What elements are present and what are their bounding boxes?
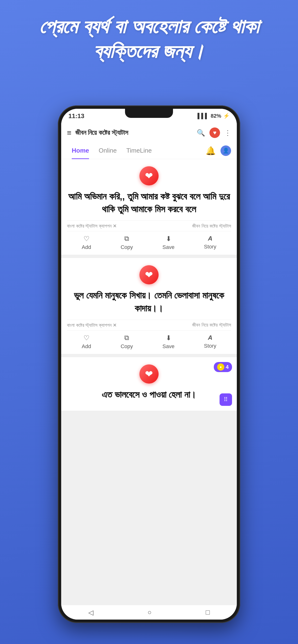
notch [125,109,173,118]
card-3-text: এত ভালবেসে ও পাওয়া হেলা না। [67,388,231,401]
user-avatar[interactable]: 👤 [221,146,231,156]
card-1-add-button[interactable]: ♡ Add [82,235,91,250]
tab-bar: Home Online TimeLine 🔔 👤 [61,142,237,159]
card-1-source: জীবন নিয়ে কষ্টের স্ট্যাটাস [192,223,231,229]
story-icon: A [208,235,212,242]
favorites-button[interactable]: ♥ [209,128,220,138]
card-1-copy-label: Copy [121,244,133,250]
battery-bolt-icon: ⚡ [223,113,230,119]
card-1-save-label: Save [163,244,175,250]
card-1-tags: বাংলা কষ্টের স্ট্যাটাস ক্যাপশন ✕ জীবন নি… [67,220,231,231]
home-nav-button[interactable]: ○ [147,608,152,616]
card-2-story-button[interactable]: A Story [204,334,216,350]
card-1-story-label: Story [204,244,216,250]
bell-icon[interactable]: 🔔 [206,146,216,156]
card-2-tag: বাংলা কষ্টের স্ট্যাটাস ক্যাপশন ✕ [67,322,117,328]
card-1-heart: ❤ [67,166,231,186]
coin-icon: ● [217,364,224,371]
story-icon-2: A [208,334,212,342]
tab-timeline-label: TimeLine [126,147,152,154]
app-title: জীবন নিয়ে কষ্টের স্ট্যাটাস [75,129,193,137]
heart-circle-icon-3: ❤ [139,364,159,384]
save-icon: ⬇ [166,235,171,243]
signal-icon: ▌▌▌ [198,113,209,119]
menu-icon[interactable]: ≡ [67,128,72,137]
card-1-add-label: Add [82,244,91,250]
card-3-heart: ❤ [67,364,231,384]
card-1-text: আমি অভিমান করি,, তুমি আমার কষ্ট বুঝবে বল… [67,190,231,216]
recent-nav-button[interactable]: □ [206,608,210,616]
add-heart-icon-2: ♡ [83,334,89,342]
card-2-tags: বাংলা কষ্টের স্ট্যাটাস ক্যাপশন ✕ জীবন নি… [67,320,231,330]
more-options-icon[interactable]: ⋮ [224,129,231,137]
heart-icon: ♥ [213,130,216,136]
card-1-tag: বাংলা কষ্টের স্ট্যাটাস ক্যাপশন ✕ [67,223,117,229]
quote-card-1: ❤ আমি অভিমান করি,, তুমি আমার কষ্ট বুঝবে … [61,159,237,255]
heart-circle-icon: ❤ [139,166,159,186]
tab-home-label: Home [72,147,89,154]
heart-circle-icon-2: ❤ [139,265,159,284]
card-2-story-label: Story [204,343,216,349]
card-2-save-label: Save [163,343,175,350]
card-2-add-label: Add [82,343,91,350]
card-2-copy-label: Copy [121,343,133,350]
grid-icon: ⠿ [224,396,228,403]
tab-online-label: Online [99,147,117,154]
quote-card-3: ● 4 ❤ এত ভালবেসে ও পাওয়া হেলা না। ⠿ [61,357,237,411]
card-1-save-button[interactable]: ⬇ Save [163,235,175,250]
card-2-add-button[interactable]: ♡ Add [82,334,91,350]
coin-count: 4 [226,364,229,370]
tab-home[interactable]: Home [67,142,94,159]
card-1-copy-button[interactable]: ⧉ Copy [121,235,133,250]
coin-badge[interactable]: ● 4 [214,362,232,372]
card-2-save-button[interactable]: ⬇ Save [163,334,175,350]
card-2-source: জীবন নিয়ে কষ্টের স্ট্যাটাস [192,322,231,328]
copy-icon: ⧉ [124,235,129,243]
header-title: প্রেমে ব্যর্থ বা অবহেলার কেষ্টে থাকা ব্য… [14,14,284,64]
avatar-icon: 👤 [223,148,229,154]
app-bar-actions: 🔍 ♥ ⋮ [197,128,231,138]
quote-card-2: ❤ ভুল যেমনি মানুষকে সিখায়। তেমনি ভেলাবা… [61,258,237,354]
bottom-navigation: ◁ ○ □ [61,605,237,620]
card-2-actions: ♡ Add ⧉ Copy ⬇ Save A Story [67,330,231,354]
card-1-story-button[interactable]: A Story [204,235,216,250]
grid-view-button[interactable]: ⠿ [220,394,232,406]
phone-screen: 11:13 ▌▌▌ 82% ⚡ ≡ জীবন নিয়ে কষ্টের স্ট্… [61,109,237,620]
card-2-text: ভুল যেমনি মানুষকে সিখায়। তেমনি ভেলাবাসা… [67,289,231,314]
tab-timeline[interactable]: TimeLine [121,142,157,159]
search-icon[interactable]: 🔍 [197,129,205,137]
card-1-actions: ♡ Add ⧉ Copy ⬇ Save A Story [67,231,231,255]
phone-frame: 11:13 ▌▌▌ 82% ⚡ ≡ জীবন নিয়ে কষ্টের স্ট্… [58,106,240,623]
copy-icon-2: ⧉ [124,334,129,342]
status-icons: ▌▌▌ 82% ⚡ [198,113,230,119]
status-time: 11:13 [68,112,84,120]
back-nav-button[interactable]: ◁ [88,608,94,616]
card-2-heart: ❤ [67,265,231,284]
save-icon-2: ⬇ [166,334,171,342]
add-heart-icon: ♡ [83,235,89,243]
content-scroll-area[interactable]: ❤ আমি অভিমান করি,, তুমি আমার কষ্ট বুঝবে … [61,159,237,605]
tab-online[interactable]: Online [94,142,121,159]
app-bar: ≡ জীবন নিয়ে কষ্টের স্ট্যাটাস 🔍 ♥ ⋮ [61,123,237,142]
card-2-copy-button[interactable]: ⧉ Copy [121,334,133,350]
battery-indicator: 82% [211,113,221,119]
